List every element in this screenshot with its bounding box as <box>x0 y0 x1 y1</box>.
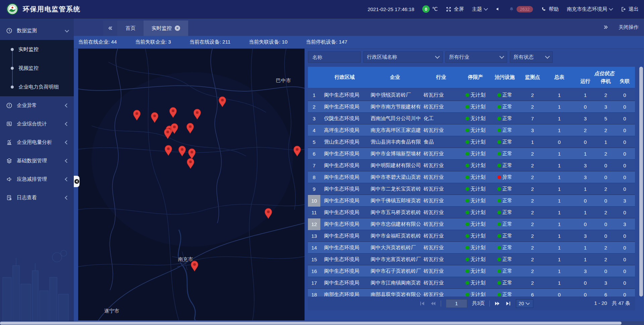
exit-icon <box>621 6 626 12</box>
page-size-select[interactable]: 20 <box>516 299 533 308</box>
region-select[interactable]: 行政区域名称 <box>363 51 443 63</box>
fullscreen-button[interactable]: 全屏 <box>446 6 464 12</box>
stat-item: 当前在线企业: 44 <box>78 39 117 45</box>
row-stopped-count: 3 <box>597 277 614 289</box>
sidebar-item-label: 企业综合统计 <box>17 121 61 127</box>
table-row[interactable]: 17阆中生态环境局阆中市江南镇阆南页岩砖瓦行业无计划正常21030 <box>308 277 635 289</box>
row-limit-status-label: 无计划 <box>471 162 486 169</box>
row-monitor-count: 2 <box>520 277 545 289</box>
sidebar-item-label: 企业异常 <box>17 102 61 109</box>
row-facility-status: 正常 <box>490 289 520 296</box>
sidebar-item-6[interactable]: 应急减排管理 <box>0 170 74 188</box>
header-col: 行业 <box>421 67 461 88</box>
prev-page-button[interactable] <box>430 301 436 306</box>
industry-select[interactable]: 所有行业 <box>445 51 507 63</box>
table-row[interactable]: 11阆中生态环境局阆中市五马桥页岩机砖砖瓦行业无计划正常21120 <box>308 207 635 218</box>
table-row[interactable]: 12阆中生态环境局阆中市忠信建材有限公砖瓦行业无计划正常21003 <box>308 218 635 230</box>
status-dot-icon <box>497 187 501 191</box>
row-company: 阆中市江南镇阆南页岩 <box>369 277 421 289</box>
app-title: 环保用电监管系统 <box>23 5 80 14</box>
row-monitor-count: 2 <box>520 171 545 183</box>
row-meter-count: 1 <box>545 242 574 254</box>
help-button[interactable]: 帮助 <box>541 6 559 12</box>
map-pin[interactable] <box>294 146 301 156</box>
first-page-button[interactable] <box>419 301 425 306</box>
map-panel[interactable]: 巴中市南充市遂宁市 <box>78 49 305 320</box>
map-pin[interactable] <box>191 261 198 271</box>
name-search-field[interactable] <box>308 51 361 63</box>
sidebar-item-2[interactable]: 企业异常 <box>0 96 74 115</box>
close-operations-button[interactable]: 关闭操作 <box>619 24 639 31</box>
table-row[interactable]: 8阆中生态环境局阆中市枣碧大梁山页岩砖瓦行业无计划异常21300 <box>308 171 635 183</box>
table-row[interactable]: 6阆中生态环境局阆中市金博瑞新型墙材砖瓦行业无计划正常21120 <box>308 148 635 160</box>
row-offline-count: 0 <box>614 183 635 195</box>
tabs-scroll-left-button[interactable] <box>103 20 117 36</box>
sidebar-collapse-button[interactable] <box>74 176 79 187</box>
row-region: 阆中生态环境局 <box>320 89 369 101</box>
org-dropdown[interactable]: 南充市生态环境局 <box>567 6 612 12</box>
status-dot-icon <box>466 199 469 203</box>
page-number-input[interactable] <box>446 299 467 308</box>
status-select[interactable]: 所有状态 <box>510 51 553 63</box>
row-industry: 砖瓦行业 <box>421 277 461 289</box>
table-row[interactable]: 10阆中生态环境局阆中千佛镇五郎垭页岩砖瓦行业无计划正常21003 <box>308 195 635 207</box>
app-logo-icon <box>7 3 18 15</box>
theme-dropdown[interactable]: 主题 <box>472 6 487 12</box>
table-row[interactable]: 18南部生态环境局南部县双华页岩有限公砖瓦行业无计划正常60060 <box>308 289 635 296</box>
sidebar-subitem[interactable]: 实时监控 <box>0 40 74 59</box>
notifications[interactable]: 2632 <box>509 6 533 12</box>
table-row[interactable]: 7阆中生态环境局阆中明阳建材有限公司砖瓦行业无计划正常21300 <box>308 160 635 171</box>
row-running-count: 1 <box>574 207 597 218</box>
horizontal-scrollbar[interactable] <box>0 322 622 325</box>
last-page-button[interactable] <box>505 301 511 306</box>
table-row[interactable]: 13阆中生态环境局阆中市金福旺页岩机砖砖瓦行业无计划正常21300 <box>308 230 635 242</box>
chevron-left-icon <box>65 177 69 181</box>
tab-home[interactable]: 首页 <box>117 20 144 36</box>
row-index: 2 <box>308 101 320 113</box>
row-industry: 砖瓦行业 <box>421 183 461 195</box>
total-pages-label: 共3页 <box>472 300 485 307</box>
sidebar-subitem[interactable]: 企业电力负荷明细 <box>0 77 74 96</box>
table-row[interactable]: 9阆中生态环境局阆中市二龙长宝页岩砖砖瓦行业无计划正常21120 <box>308 183 635 195</box>
logout-button[interactable]: 退出 <box>621 6 639 12</box>
row-company: 阆中市枣碧大梁山页岩 <box>369 171 421 183</box>
row-facility-status: 正常 <box>490 148 520 160</box>
table-row[interactable]: 14阆中生态环境局阆中大兴页岩机砖厂砖瓦行业无计划正常21120 <box>308 242 635 254</box>
enterprise-panel: 行政区域名称 所有行业 所有状态 行政区域企业行业停限产治污设施监测点总表点位状… <box>308 50 635 320</box>
alert-icon <box>6 102 12 109</box>
name-search-input[interactable] <box>312 54 357 60</box>
status-dot-icon <box>497 105 501 109</box>
sidebar-item-3[interactable]: 企业综合统计 <box>0 115 74 133</box>
tab-close-icon[interactable]: × <box>175 25 180 31</box>
city-label: 巴中市 <box>276 77 291 83</box>
status-dot-icon <box>466 164 469 167</box>
sidebar-item-5[interactable]: 基础数据管理 <box>0 152 74 170</box>
chevron-down-icon <box>484 6 488 11</box>
sidebar-item-1[interactable]: 数据监测 <box>0 21 74 40</box>
table-row[interactable]: 2阆中生态环境局阆中市南方节能建材有砖瓦行业无计划正常21030 <box>308 101 635 113</box>
sidebar-subitem-label: 企业电力负荷明细 <box>18 84 59 90</box>
city-skyline-decoration <box>0 237 74 321</box>
table-row[interactable]: 3仪陇生态环境局西南油气田分公司川中化工无计划正常71350 <box>308 113 635 124</box>
tab-bar: 首页 实时监控 × 关闭操作 <box>74 18 644 36</box>
row-limit-status-label: 无计划 <box>471 280 486 286</box>
mute-button[interactable] <box>495 6 501 12</box>
tab-realtime-monitor[interactable]: 实时监控 × <box>144 20 188 36</box>
sidebar-item-7[interactable]: 日志查看 <box>0 188 74 207</box>
double-chevron-right-icon[interactable] <box>603 24 608 30</box>
table-row[interactable]: 1阆中生态环境局阆中强锐页岩砖厂砖瓦行业无计划正常21120 <box>308 89 635 101</box>
sidebar-item-4[interactable]: 企业用电量分析 <box>0 133 74 152</box>
row-monitor-count: 2 <box>520 89 545 101</box>
pagination-bar: 共3页 20 1 - 20 共 47 条 <box>308 296 635 310</box>
sidebar-subitem[interactable]: 视频监控 <box>0 59 74 77</box>
table-row[interactable]: 5营山生态环境局营山县润丰肉食品有限食品无计划正常10010 <box>308 136 635 148</box>
table-row[interactable]: 4高坪生态环境局南充市高坪区王家店建砖瓦行业无计划正常31220 <box>308 124 635 136</box>
table-row[interactable]: 16阆中生态环境局阆中市石子页岩机砖厂砖瓦行业无计划正常21300 <box>308 265 635 277</box>
vertical-scrollbar[interactable] <box>639 67 643 296</box>
status-dot-icon <box>466 105 469 109</box>
row-meter-count: 1 <box>545 101 574 113</box>
next-page-button[interactable] <box>494 301 500 306</box>
phone-icon <box>541 6 546 12</box>
table-row[interactable]: 15阆中生态环境局阆中市光富页岩机砖厂砖瓦行业无计划正常21120 <box>308 254 635 265</box>
chevron-left-icon <box>65 103 69 108</box>
